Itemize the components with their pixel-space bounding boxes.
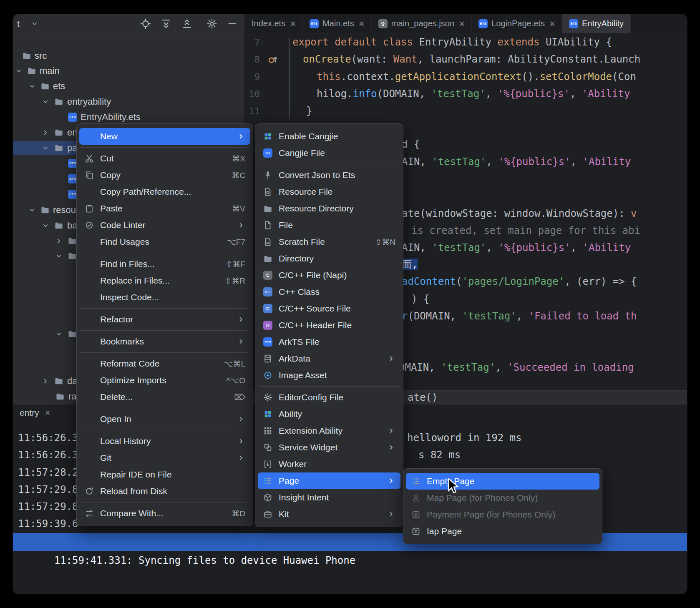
menu-item-worker[interactable]: Worker: [258, 456, 400, 472]
tab-entryability[interactable]: ETSEntryAbility: [562, 14, 631, 33]
chevron-down-icon[interactable]: [55, 330, 63, 338]
override-marker-icon[interactable]: [267, 54, 278, 65]
chevron-right-icon[interactable]: [41, 128, 50, 137]
code-line: hilog.info(DOMAIN, 'testTag', '%{public}…: [317, 88, 636, 100]
menu-item-refactor[interactable]: Refactor: [79, 311, 250, 328]
menu-item-file[interactable]: File: [258, 217, 400, 234]
menu-item-inspect-code[interactable]: Inspect Code...: [79, 289, 250, 306]
hide-icon[interactable]: [227, 18, 238, 29]
menu-item-bookmarks[interactable]: Bookmarks: [79, 333, 250, 350]
compare-icon: [85, 509, 94, 518]
menu-item-repair-ide-on-file[interactable]: Repair IDE on File: [79, 466, 250, 483]
tree-item-ets[interactable]: ets: [13, 79, 244, 93]
menu-shortcut: ⌘V: [220, 204, 245, 214]
menu-item-find-in-files[interactable]: Find in Files...⇧⌘F: [79, 256, 250, 272]
iapyen-icon: [411, 527, 421, 536]
menu-item-compare-with[interactable]: Compare With...⌘D: [79, 505, 250, 522]
menu-item-cangjie-file[interactable]: CJCangjie File: [258, 145, 400, 161]
menu-item-reload-from-disk[interactable]: Reload from Disk: [79, 483, 250, 500]
menu-item-map-page-for-phones-only[interactable]: Map Page (for Phones Only): [406, 490, 599, 506]
menu-item-git[interactable]: Git: [79, 450, 250, 466]
tab-index-ets[interactable]: Index.ets×: [245, 14, 303, 33]
tab-label: main_pages.json: [391, 19, 454, 28]
menu-item-label: C/C++ Header File: [279, 320, 352, 330]
tree-item-entryability-ets[interactable]: ETSEntryAbility.ets: [13, 110, 244, 124]
menu-item-optimize-imports[interactable]: Optimize Imports^⌥O: [79, 372, 250, 389]
menu-item-replace-in-files[interactable]: Replace in Files...⇧⌘R: [79, 272, 250, 289]
chevron-down-icon[interactable]: [28, 82, 36, 90]
menu-item-kit[interactable]: Kit: [258, 506, 400, 523]
menu-item-copy[interactable]: Copy⌘C: [79, 167, 250, 183]
close-icon[interactable]: ×: [45, 409, 50, 417]
menu-item-empty-page[interactable]: Empty Page: [406, 473, 599, 490]
menu-item-image-asset[interactable]: Image Asset: [258, 367, 400, 384]
close-icon[interactable]: ×: [290, 20, 296, 28]
menu-item-convert-json-to-ets[interactable]: Convert Json to Ets: [258, 167, 400, 183]
menu-item-delete[interactable]: Delete...⌦: [79, 389, 250, 405]
reload-icon: [85, 487, 94, 496]
menu-item-extension-ability[interactable]: Extension Ability: [258, 422, 400, 439]
menu-item-paste[interactable]: Paste⌘V: [79, 200, 250, 217]
tab-main-pages-json[interactable]: {}main_pages.json×: [372, 14, 472, 33]
menu-separator: [80, 253, 249, 253]
menu-item-c-c-file-napi[interactable]: CC/C++ File (Napi): [258, 267, 400, 284]
menu-item-copy-path-reference[interactable]: Copy Path/Reference...: [79, 183, 250, 200]
menu-item-open-in[interactable]: Open In: [79, 411, 250, 427]
menu-item-icon-slot: [262, 492, 274, 502]
tree-item-src[interactable]: src: [13, 49, 244, 63]
menu-item-service-widget[interactable]: Service Widget: [258, 439, 400, 456]
chevron-down-icon[interactable]: [30, 20, 39, 28]
close-icon[interactable]: ×: [549, 20, 555, 28]
tree-item-entryability[interactable]: entryability: [13, 95, 244, 109]
console-tab-entry[interactable]: entry ×: [20, 408, 50, 418]
chevron-down-icon[interactable]: [28, 206, 36, 214]
menu-item-payment-page-for-phones-only[interactable]: Payment Page (for Phones Only): [406, 506, 599, 523]
menu-item-ability[interactable]: Ability: [258, 406, 400, 422]
menu-item-cut[interactable]: Cut⌘X: [79, 150, 250, 167]
chevron-right-icon[interactable]: [55, 237, 63, 245]
chevron-down-icon[interactable]: [41, 144, 50, 152]
tree-item-label: pa: [67, 141, 77, 155]
locate-icon[interactable]: [140, 18, 151, 29]
submenu-arrow-icon: [225, 132, 245, 141]
menu-item-reformat-code[interactable]: Reformat Code⌥⌘L: [79, 355, 250, 372]
menu-item-local-history[interactable]: Local History: [79, 433, 250, 450]
menu-item-editorconfig-file[interactable]: EditorConfig File: [258, 389, 400, 406]
menu-item-new[interactable]: New: [79, 128, 250, 145]
chevron-down-icon[interactable]: [41, 98, 50, 106]
tree-item-label: ba: [67, 219, 77, 233]
linter-icon: [85, 221, 94, 230]
collapse-all-icon[interactable]: [181, 18, 192, 29]
menu-item-icon-slot: [262, 354, 274, 364]
menu-item-code-linter[interactable]: Code Linter: [79, 217, 250, 234]
expand-all-icon[interactable]: [161, 18, 171, 29]
menu-item-c-c-header-file[interactable]: HC/C++ Header File: [258, 317, 400, 334]
chevron-down-icon[interactable]: [55, 252, 63, 260]
menu-item-directory[interactable]: Directory: [258, 250, 400, 267]
menu-item-arkts-file[interactable]: ETSArkTS File: [258, 334, 400, 350]
tab-loginpage-ets[interactable]: ETSLoginPage.ets×: [472, 14, 562, 33]
close-icon[interactable]: ×: [459, 20, 465, 28]
menu-item-scratch-file[interactable]: Scratch File⇧⌘N: [258, 234, 400, 250]
menu-item-insight-intent[interactable]: Insight Intent: [258, 489, 400, 506]
menu-item-resource-file[interactable]: Resource File: [258, 183, 400, 200]
menu-item-c-c-source-file[interactable]: CC/C++ Source File: [258, 300, 400, 317]
project-selector[interactable]: t: [17, 14, 20, 33]
chevron-down-icon[interactable]: [41, 221, 50, 230]
menu-item-arkdata[interactable]: ArkData: [258, 350, 400, 367]
menu-item-find-usages[interactable]: Find Usages⌥F7: [79, 234, 250, 250]
menu-separator: [80, 408, 249, 408]
chevron-down-icon[interactable]: [15, 67, 23, 75]
chevron-right-icon[interactable]: [41, 377, 50, 385]
menu-item-page[interactable]: Page: [258, 472, 400, 489]
menu-item-enable-cangjie[interactable]: Enable Cangjie: [258, 128, 400, 145]
code-line: r(DOMAIN, 'testTag', 'Failed to load th: [402, 310, 637, 322]
menu-separator: [80, 352, 249, 353]
settings-icon[interactable]: [206, 18, 217, 29]
menu-item-iap-page[interactable]: Iap Page: [406, 523, 599, 540]
close-icon[interactable]: ×: [359, 20, 365, 28]
tree-item-main[interactable]: main: [13, 64, 244, 78]
tab-main-ets[interactable]: ETSMain.ets×: [303, 14, 372, 33]
menu-item-resource-directory[interactable]: Resource Directory: [258, 200, 400, 217]
menu-item-c-class[interactable]: C++C++ Class: [258, 284, 400, 300]
